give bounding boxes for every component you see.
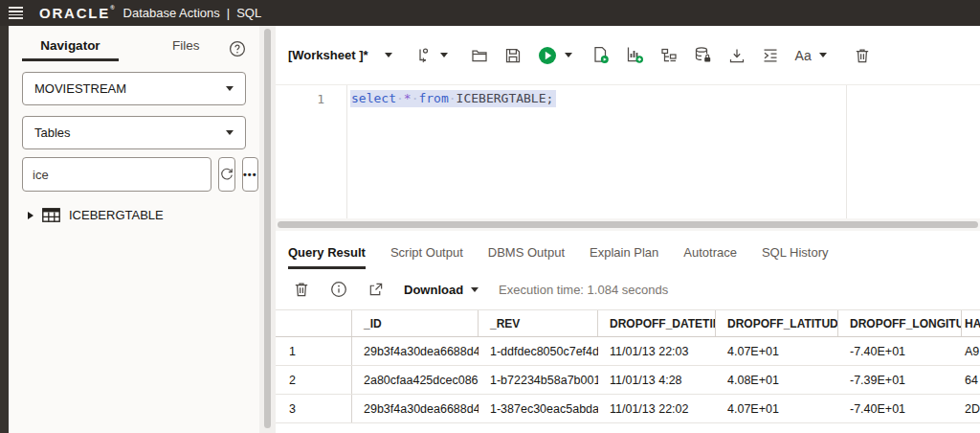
result-info-button[interactable] [330, 281, 347, 298]
tab-autotrace[interactable]: Autotrace [683, 245, 737, 269]
run-script-button[interactable] [591, 46, 610, 64]
column-header-dropoff-datetime[interactable]: DROPOFF_DATETIME [598, 310, 716, 336]
discard-result-button[interactable] [293, 281, 310, 298]
open-result-new-tab-button[interactable] [368, 282, 384, 298]
cell-dropoff-latitude[interactable]: 4.07E+01 [716, 337, 838, 365]
more-options-button[interactable]: ••• [242, 157, 258, 192]
table-icon [42, 208, 60, 222]
row-number[interactable]: 1 [276, 337, 352, 365]
tab-script-output[interactable]: Script Output [390, 245, 463, 269]
selected-code-line[interactable]: select·*·from·ICEBERGTABLE; [350, 90, 556, 107]
run-icon [538, 46, 557, 65]
autotrace-button[interactable] [626, 46, 644, 64]
cell-id[interactable]: 29b3f4a30dea6688d4 [352, 395, 479, 422]
grid-header-row: _ID _REV DROPOFF_DATETIME DROPOFF_LATITU… [276, 310, 980, 337]
clear-worksheet-button[interactable] [854, 47, 871, 64]
table-row[interactable]: 3 29b3f4a30dea6688d4 1-387ec30eac5abda8 … [276, 395, 980, 423]
cell-hack-license[interactable]: A9 [962, 337, 980, 365]
table-row[interactable]: 2 2a80cfaa425dcec0861 1-b72234b58a7b0018… [276, 366, 980, 395]
column-header-rev[interactable]: _REV [479, 310, 598, 336]
splitter-handle[interactable] [264, 29, 271, 428]
run-statement-button[interactable] [538, 46, 572, 65]
hamburger-menu-icon[interactable] [9, 7, 23, 19]
tab-dbms-output[interactable]: DBMS Output [488, 245, 565, 269]
cell-dropoff-longitude[interactable]: -7.40E+01 [838, 337, 962, 365]
cell-dropoff-latitude[interactable]: 4.08E+01 [716, 366, 838, 394]
splitter-handle[interactable] [278, 221, 978, 228]
column-header-hack-license[interactable]: HACK_LICENSE [962, 310, 980, 336]
open-file-button[interactable] [471, 47, 488, 64]
tab-navigator[interactable]: Navigator [22, 38, 119, 61]
sql-editor: 1 select·*·from·ICEBERGTABLE; [276, 84, 980, 218]
column-header-dropoff-latitude[interactable]: DROPOFF_LATITUDE [716, 310, 838, 336]
schema-select[interactable]: MOVIESTREAM [22, 72, 246, 105]
tree-item-label: ICEBERGTABLE [69, 208, 164, 222]
database-lock-icon [694, 46, 712, 64]
grid-corner-cell [276, 310, 352, 336]
refresh-button[interactable] [218, 157, 235, 192]
download-result-button[interactable]: Download [404, 283, 479, 297]
tab-explain-plan[interactable]: Explain Plan [590, 245, 658, 269]
help-button[interactable] [229, 40, 246, 61]
table-row[interactable]: 1 29b3f4a30dea6688d4 1-ddfdec8050c7ef4dc… [276, 337, 980, 366]
object-type-select[interactable]: Tables [22, 116, 246, 149]
expand-caret-icon[interactable] [28, 212, 33, 219]
font-size-button[interactable]: Aa [795, 48, 827, 63]
horizontal-splitter[interactable] [276, 218, 980, 231]
cell-id[interactable]: 29b3f4a30dea6688d4 [352, 337, 479, 365]
cell-dropoff-longitude[interactable]: -7.39E+01 [838, 366, 962, 394]
cell-rev[interactable]: 1-b72234b58a7b0018 [479, 366, 598, 394]
download-label: Download [404, 283, 463, 297]
editor-scroll-divider [846, 85, 847, 218]
row-number[interactable]: 3 [276, 395, 352, 422]
download-icon [728, 47, 746, 64]
run-script-icon [591, 46, 610, 64]
download-editor-button[interactable] [728, 47, 746, 64]
trash-icon [854, 47, 871, 64]
worksheet-selector[interactable]: [Worksheet ]* [288, 48, 392, 62]
column-header-dropoff-longitude[interactable]: DROPOFF_LONGITUDE [838, 310, 962, 336]
results-toolbar: Download Execution time: 1.084 seconds [276, 269, 980, 309]
vertical-splitter[interactable] [259, 26, 276, 433]
format-indent-icon [762, 47, 779, 64]
cell-hack-license[interactable]: 2D [962, 395, 980, 422]
tab-files[interactable]: Files [172, 38, 200, 61]
search-input[interactable] [22, 157, 212, 192]
result-grid: _ID _REV DROPOFF_DATETIME DROPOFF_LATITU… [276, 309, 980, 433]
row-number[interactable]: 2 [276, 366, 352, 394]
save-button[interactable] [504, 47, 522, 64]
left-edge-strip [0, 26, 9, 433]
object-type-select-value: Tables [34, 125, 71, 140]
folder-open-icon [471, 47, 488, 64]
navigator-panel: Navigator Files MOVIESTREAM Tables [9, 26, 259, 433]
tab-query-result[interactable]: Query Result [288, 245, 366, 269]
explain-plan-button[interactable] [660, 47, 678, 64]
chevron-down-icon [565, 53, 572, 57]
cell-hack-license[interactable]: 64 [962, 366, 980, 394]
results-panel: Query Result Script Output DBMS Output E… [276, 231, 980, 433]
editor-code-area[interactable]: select·*·from·ICEBERGTABLE; [347, 85, 980, 218]
tab-sql-history[interactable]: SQL History [762, 245, 829, 269]
hierarchy-icon [660, 47, 678, 64]
column-header-id[interactable]: _ID [352, 310, 479, 336]
cell-dropoff-latitude[interactable]: 4.07E+01 [716, 395, 838, 422]
top-bar: ORACLE® Database Actions | SQL [0, 0, 980, 26]
help-icon [229, 40, 246, 57]
chevron-down-icon [226, 130, 234, 135]
chevron-down-icon [471, 287, 479, 292]
schema-select-value: MOVIESTREAM [34, 81, 126, 96]
tree-item-icebergtable[interactable]: ICEBERGTABLE [28, 208, 259, 222]
cell-dropoff-longitude[interactable]: -7.40E+01 [838, 395, 962, 422]
cell-dropoff-datetime[interactable]: 11/01/13 22:03 [598, 337, 716, 365]
cell-dropoff-datetime[interactable]: 11/01/13 4:28 [598, 366, 716, 394]
format-button[interactable] [762, 47, 779, 64]
app-title: Database Actions [123, 6, 220, 20]
cell-rev[interactable]: 1-ddfdec8050c7ef4dc [479, 337, 598, 365]
cell-id[interactable]: 2a80cfaa425dcec0861 [352, 366, 479, 394]
cell-rev[interactable]: 1-387ec30eac5abda8 [479, 395, 598, 422]
cell-dropoff-datetime[interactable]: 11/01/13 22:02 [598, 395, 716, 422]
ellipsis-icon: ••• [243, 169, 257, 180]
database-lock-button[interactable] [694, 46, 712, 64]
snippets-button[interactable] [415, 47, 448, 64]
editor-gutter: 1 [276, 85, 347, 218]
